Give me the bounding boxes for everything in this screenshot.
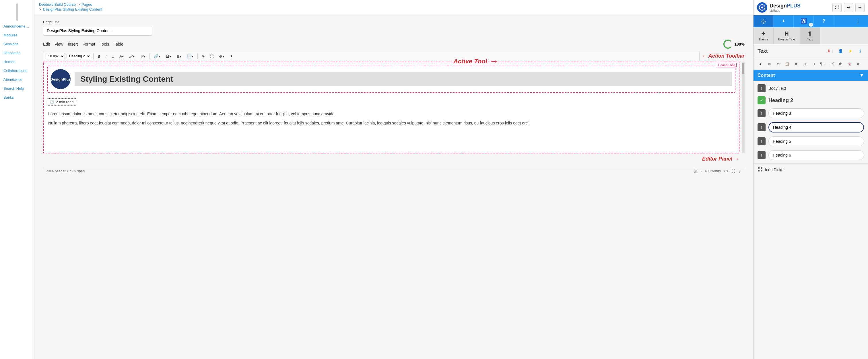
sidebar-item-modules[interactable]: Modules [0,31,34,39]
tab-home[interactable]: ◎ [753,15,774,27]
remove-format-btn[interactable]: ✕ [792,60,800,68]
sidebar-item-homes[interactable]: Homes [0,57,34,66]
more-tab-icon: ⋮ [856,18,861,24]
tools2-btn[interactable]: ⚙▾ [217,53,226,59]
sidebar-item-collaborations[interactable]: Collaborations [0,66,34,75]
heading-3-btn[interactable]: Heading 3 [769,108,864,118]
more-btn[interactable]: ⋮ [228,53,235,59]
body-text-icon: ¶ [757,84,766,92]
style-item-body-text: ¶ Body Text [756,83,866,94]
breadcrumb-course-link[interactable]: Debbie's Build Course [39,2,76,7]
editor-area: Page Title Edit View Insert Format Tools… [34,14,753,359]
cut-btn[interactable]: ✂ [774,60,782,68]
select-btn[interactable]: ▲ [756,60,765,68]
embed-btn[interactable]: 📄▾ [185,53,195,59]
tab-accessibility[interactable]: ♿ ? [794,15,814,27]
sub-tab-banner-title[interactable]: H Banner Title [774,27,800,44]
sidebar-item-attendance[interactable]: Attendance [0,75,34,84]
image-btn[interactable]: 🖼▾ [164,53,173,59]
svg-rect-1 [758,167,760,169]
sidebar-item-sessions[interactable]: Sessions [0,39,34,48]
style-list: ¶ Body Text ✓ Heading 2 ¶ Heading 3 ¶ He… [753,81,868,163]
status-more[interactable]: ⋮ [738,169,741,173]
sidebar-item-banks[interactable]: Banks [0,93,34,102]
content-section-header[interactable]: Content ▼ [753,70,868,81]
breadcrumb-current-page[interactable]: DesignPlus Styling Existing Content [43,7,102,11]
style-item-heading-5: ¶ Heading 5 [756,135,866,148]
tab-more[interactable]: ⋮ [848,15,868,27]
paste-btn[interactable]: 📋 [783,60,791,68]
page-title-input[interactable] [43,26,152,36]
editor-content[interactable]: Banner Title Design Plus Styling Existin… [43,62,739,154]
theme-tab-label: Theme [758,38,768,41]
scroll-bar[interactable] [16,3,19,21]
fullscreen-btn[interactable]: ⛶ [208,53,216,59]
indent-btn[interactable]: ⊕ [801,60,809,68]
dp-logo: DesignPLUS cidilabs [757,2,801,12]
heading-5-btn[interactable]: Heading 5 [769,136,864,146]
sub-tab-text[interactable]: ¶ Text [800,27,820,44]
status-expand[interactable]: ⛶ [732,169,735,173]
heading-6-btn[interactable]: Heading 6 [769,150,864,160]
font-color-btn[interactable]: A▾ [118,53,126,59]
menu-table[interactable]: Table [114,42,123,46]
menu-tools[interactable]: Tools [100,42,109,46]
menu-format[interactable]: Format [82,42,95,46]
bold-btn[interactable]: B [96,53,102,59]
icon-picker-bar[interactable]: Icon Picker [753,163,868,176]
tab-help[interactable]: ? [814,15,834,27]
sidebar-item-outcomes[interactable]: Outcomes [0,48,34,57]
refresh-btn[interactable]: ↺ [854,60,862,68]
star-btn[interactable]: ★ [846,47,854,55]
rtl-btn[interactable]: ←¶ [828,60,836,68]
status-icon2[interactable]: ℹ [701,169,702,173]
sparkle-btn[interactable]: ✳ [200,53,207,59]
heading-select[interactable]: Heading 2 [67,53,91,59]
undo-btn[interactable]: ↩ [844,3,853,12]
status-icon1[interactable]: 🖼 [694,169,698,173]
download-btn[interactable]: ⬇ ❕ [827,47,835,55]
person-btn[interactable]: 👤 [836,47,844,55]
banner-title-tab-label: Banner Title [778,38,795,41]
font-size-select[interactable]: 28.8px [45,53,65,59]
delete-btn[interactable]: 🗑 [836,60,844,68]
link-btn[interactable]: 🔗▾ [152,53,162,59]
editor-scrollbar[interactable] [742,62,745,154]
tab-add[interactable]: + [774,15,794,27]
heading-4-icon: ¶ [757,123,766,131]
icon-picker-label: Icon Picker [765,167,785,172]
remove-format-icon: ✕ [795,62,798,66]
sidebar-item-announcements[interactable]: Announcements 👁 [0,22,34,31]
ghost-btn[interactable]: 👻 [845,60,854,68]
menu-view[interactable]: View [55,42,63,46]
superscript-btn[interactable]: T²▾ [138,53,147,59]
heading-2-label[interactable]: Heading 2 [769,97,864,103]
highlight-btn[interactable]: 🖍▾ [127,53,136,59]
copy-btn[interactable]: ⧉ [765,60,773,68]
maximize-btn[interactable]: ⛶ [832,3,842,12]
progress-circle [723,39,733,49]
left-sidebar: Announcements 👁 Modules Sessions Outcome… [0,0,34,359]
status-code[interactable]: </> [724,169,728,173]
table-btn[interactable]: ⊞▾ [175,53,183,59]
sub-tab-theme[interactable]: ✦ Theme [753,27,774,44]
icon-picker-icon [757,167,763,173]
outdent-btn[interactable]: ⊖ [810,60,818,68]
delete-icon: 🗑 [839,62,842,66]
italic-btn[interactable]: I [103,53,108,59]
status-breadcrumb: div > header > h2 > span [46,169,85,173]
menu-edit[interactable]: Edit [43,42,50,46]
menu-insert[interactable]: Insert [68,42,78,46]
style-item-heading-6: ¶ Heading 6 [756,149,866,161]
info-btn[interactable]: ℹ [856,47,864,55]
breadcrumb-pages-link[interactable]: Pages [82,2,92,7]
redo-btn[interactable]: ↪ [856,3,865,12]
ltr-btn[interactable]: ¶→ [819,60,827,68]
access-badge: ? [809,23,813,27]
icon-toolbar: ▲ ⧉ ✂ 📋 ✕ ⊕ ⊖ ¶→ ←¶ 🗑 👻 ↺ [753,58,868,70]
underline-btn[interactable]: U [110,53,116,59]
progress-text: 100% [734,42,745,46]
body-text-label: Body Text [769,86,864,91]
heading-4-btn[interactable]: Heading 4 [769,122,864,132]
sidebar-item-search-help[interactable]: Search Help [0,84,34,93]
